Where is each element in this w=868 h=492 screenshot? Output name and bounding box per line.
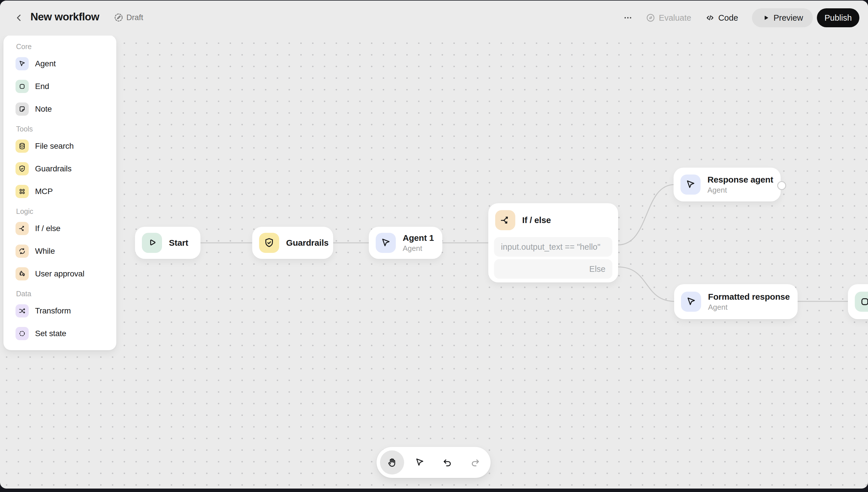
ellipsis-icon bbox=[623, 13, 632, 22]
section-label-core: Core bbox=[16, 41, 116, 52]
node-title: If / else bbox=[522, 215, 551, 225]
publish-label: Publish bbox=[824, 13, 852, 23]
code-button[interactable]: Code bbox=[705, 13, 738, 23]
status-badge-label: Draft bbox=[126, 13, 143, 22]
node-if-else[interactable]: If / else input.output_text == "hello" E… bbox=[488, 203, 618, 282]
node-response-agent[interactable]: Response agent Agent bbox=[674, 168, 781, 201]
palette-item-label: Guardrails bbox=[35, 164, 72, 173]
palette-item-label: End bbox=[35, 82, 49, 91]
database-icon bbox=[16, 140, 29, 153]
palette-item-transform[interactable]: Transform bbox=[3, 299, 116, 322]
end-square-icon bbox=[16, 80, 29, 93]
palette-item-user-approval[interactable]: User approval bbox=[3, 262, 116, 285]
palette-item-if-else[interactable]: If / else bbox=[3, 217, 116, 240]
branch-icon bbox=[495, 210, 515, 230]
redo-icon bbox=[470, 457, 480, 468]
app-window: Start Guardrails Agent 1 Agent If / else… bbox=[0, 1, 868, 489]
cursor-icon bbox=[414, 457, 425, 468]
node-subtitle: Agent bbox=[708, 303, 790, 312]
palette-item-guardrails[interactable]: Guardrails bbox=[3, 157, 116, 180]
palette-item-label: Transform bbox=[35, 306, 71, 316]
redo-button[interactable] bbox=[463, 450, 487, 474]
node-guardrails[interactable]: Guardrails bbox=[252, 227, 333, 259]
palette-item-label: If / else bbox=[35, 224, 60, 233]
node-title: Start bbox=[169, 238, 188, 248]
node-title: Guardrails bbox=[286, 238, 329, 248]
node-palette: Core Agent End Note Tools File search Gu… bbox=[3, 35, 116, 350]
node-title: Response agent bbox=[707, 175, 773, 185]
end-square-icon bbox=[855, 292, 868, 312]
preview-button[interactable]: Preview bbox=[752, 8, 813, 27]
publish-button[interactable]: Publish bbox=[817, 8, 860, 27]
draft-pen-icon bbox=[114, 13, 123, 22]
output-port[interactable] bbox=[777, 181, 786, 190]
node-subtitle: Agent bbox=[707, 186, 773, 194]
canvas-toolbar bbox=[377, 447, 491, 478]
cursor-icon bbox=[681, 292, 701, 312]
undo-button[interactable] bbox=[436, 450, 460, 474]
code-label: Code bbox=[718, 13, 738, 23]
note-icon bbox=[16, 102, 29, 116]
palette-item-label: File search bbox=[35, 142, 74, 151]
hand-icon bbox=[386, 457, 398, 468]
palette-item-mcp[interactable]: MCP bbox=[3, 180, 116, 203]
back-button[interactable] bbox=[13, 11, 25, 24]
palette-item-label: User approval bbox=[35, 269, 85, 278]
shuffle-icon bbox=[16, 304, 29, 318]
node-end-partial[interactable] bbox=[848, 284, 868, 319]
palette-item-label: Agent bbox=[35, 59, 56, 68]
palette-item-label: Set state bbox=[35, 329, 66, 338]
section-label-logic: Logic bbox=[16, 205, 116, 217]
node-start[interactable]: Start bbox=[135, 227, 201, 259]
palette-item-label: Note bbox=[35, 104, 52, 114]
shield-check-icon bbox=[259, 233, 279, 253]
loop-icon bbox=[16, 245, 29, 258]
mcp-icon bbox=[16, 185, 29, 198]
node-title: Formatted response bbox=[708, 292, 790, 302]
node-subtitle: Agent bbox=[403, 244, 434, 253]
palette-item-agent[interactable]: Agent bbox=[3, 52, 116, 75]
hand-tool-button[interactable] bbox=[380, 450, 404, 474]
select-tool-button[interactable] bbox=[407, 450, 432, 474]
if-condition-row[interactable]: input.output_text == "hello" bbox=[494, 237, 612, 256]
play-icon bbox=[762, 14, 770, 22]
palette-item-label: MCP bbox=[35, 187, 53, 196]
play-icon bbox=[142, 233, 162, 253]
palette-item-label: While bbox=[35, 247, 55, 256]
node-agent-1[interactable]: Agent 1 Agent bbox=[369, 227, 442, 259]
workflow-canvas[interactable]: Start Guardrails Agent 1 Agent If / else… bbox=[0, 1, 868, 489]
palette-item-note[interactable]: Note bbox=[3, 98, 116, 120]
branch-icon bbox=[16, 222, 29, 235]
preview-label: Preview bbox=[774, 13, 803, 23]
shield-check-icon bbox=[16, 162, 29, 175]
palette-item-while[interactable]: While bbox=[3, 240, 116, 262]
undo-icon bbox=[442, 457, 453, 468]
status-badge: Draft bbox=[114, 13, 143, 22]
section-label-data: Data bbox=[16, 288, 116, 299]
node-title: Agent 1 bbox=[403, 233, 434, 243]
dashed-circle-icon bbox=[16, 327, 29, 340]
top-bar: New workflow Draft Evaluate Code Preview… bbox=[0, 1, 868, 35]
palette-item-end[interactable]: End bbox=[3, 75, 116, 98]
code-icon bbox=[705, 13, 715, 23]
cursor-icon bbox=[16, 57, 29, 70]
node-formatted-response[interactable]: Formatted response Agent bbox=[674, 284, 798, 319]
compass-icon bbox=[646, 13, 655, 23]
else-row[interactable]: Else bbox=[494, 259, 612, 279]
evaluate-button[interactable]: Evaluate bbox=[646, 13, 691, 23]
cursor-icon bbox=[376, 233, 396, 253]
more-menu-button[interactable] bbox=[623, 13, 632, 22]
cursor-icon bbox=[680, 174, 701, 195]
section-label-tools: Tools bbox=[16, 123, 116, 134]
palette-item-set-state[interactable]: Set state bbox=[3, 322, 116, 345]
evaluate-label: Evaluate bbox=[659, 13, 691, 23]
thumbs-icon bbox=[16, 267, 29, 280]
palette-item-file-search[interactable]: File search bbox=[3, 134, 116, 157]
workflow-title: New workflow bbox=[30, 11, 99, 23]
